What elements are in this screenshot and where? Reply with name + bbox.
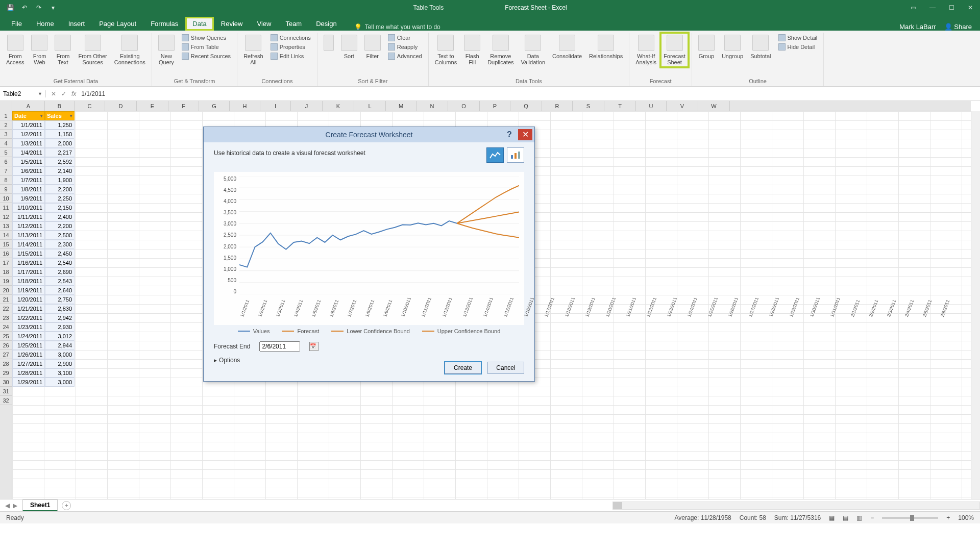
row-header[interactable]: 4 [0,139,12,148]
row-header[interactable]: 26 [0,341,12,350]
sheet-tab-active[interactable]: Sheet1 [22,499,58,511]
add-sheet-button[interactable]: + [62,501,71,510]
new-query-button[interactable]: New Query [155,33,178,67]
group-button[interactable]: Group [695,33,718,61]
row-header[interactable]: 3 [0,130,12,139]
column-header[interactable]: K [323,101,354,111]
column-header[interactable]: G [199,101,230,111]
column-header[interactable]: Q [510,101,542,111]
column-header[interactable]: S [573,101,604,111]
horizontal-scrollbar[interactable] [612,502,980,510]
tab-view[interactable]: View [250,17,278,31]
prev-sheet-icon[interactable]: ◀ [5,502,10,509]
advanced-button[interactable]: Advanced [386,52,424,60]
row-header[interactable]: 7 [0,166,12,176]
tab-design[interactable]: Design [309,17,344,31]
table-cell[interactable]: 1/12/2011 [12,221,45,231]
save-icon[interactable]: 💾 [6,4,14,12]
sort-button[interactable]: Sort [338,33,360,61]
subtotal-button[interactable]: Subtotal [747,33,774,61]
column-header[interactable]: E [137,101,168,111]
column-header[interactable]: O [448,101,480,111]
close-icon[interactable]: ✕ [968,4,973,11]
table-cell[interactable]: 2,690 [45,267,75,277]
table-cell[interactable]: 2,200 [45,221,75,231]
column-header[interactable]: T [604,101,636,111]
existing-connections-button[interactable]: Existing Connections [111,33,149,67]
from-access-button[interactable]: From Access [3,33,27,67]
table-cell[interactable]: 2,830 [45,304,75,313]
table-cell[interactable]: 2,942 [45,313,75,322]
cancel-button[interactable]: Cancel [487,362,524,374]
table-cell[interactable]: 1/23/2011 [12,322,45,332]
row-header[interactable]: 14 [0,231,12,240]
share-button[interactable]: 👤 Share [944,23,972,31]
column-header[interactable]: D [105,101,137,111]
table-cell[interactable]: 1/27/2011 [12,359,45,368]
table-cell[interactable]: 2,140 [45,166,75,176]
row-header[interactable]: 15 [0,240,12,249]
sheet-nav[interactable]: ◀▶ [0,502,22,509]
table-header-cell[interactable]: Sales▾ [45,111,75,120]
row-header[interactable]: 17 [0,258,12,267]
relationships-button[interactable]: Relationships [586,33,626,61]
table-cell[interactable]: 1,150 [45,130,75,139]
table-cell[interactable]: 2,543 [45,277,75,286]
table-cell[interactable]: 1/19/2011 [12,286,45,295]
column-header[interactable]: P [480,101,510,111]
filter-dropdown-icon[interactable]: ▾ [70,113,72,118]
tab-team[interactable]: Team [278,17,309,31]
table-cell[interactable]: 1/14/2011 [12,240,45,249]
show-detail-button[interactable]: Show Detail [776,34,820,42]
table-cell[interactable]: 1/18/2011 [12,277,45,286]
tab-insert[interactable]: Insert [61,17,92,31]
remove-duplicates-button[interactable]: Remove Duplicates [484,33,517,67]
table-cell[interactable]: 1,250 [45,120,75,130]
table-cell[interactable]: 2,944 [45,341,75,350]
table-cell[interactable]: 2,200 [45,185,75,194]
tell-me-search[interactable]: 💡 Tell me what you want to do [354,23,440,31]
row-header[interactable]: 8 [0,176,12,185]
row-header[interactable]: 25 [0,332,12,341]
table-cell[interactable]: 1/10/2011 [12,203,45,212]
column-header[interactable]: R [542,101,573,111]
table-cell[interactable]: 1/20/2011 [12,295,45,304]
column-header[interactable]: C [75,101,105,111]
tab-formulas[interactable]: Formulas [143,17,185,31]
table-cell[interactable]: 2,640 [45,286,75,295]
forecast-sheet-button[interactable]: Forecast Sheet [660,33,689,67]
table-cell[interactable]: 2,250 [45,194,75,203]
column-header[interactable]: J [291,101,323,111]
connections-button[interactable]: Connections [268,34,313,42]
accept-formula-icon[interactable]: ✓ [61,90,66,97]
from-other-button[interactable]: From Other Sources [75,33,110,67]
tab-home[interactable]: Home [29,17,61,31]
table-cell[interactable]: 1/28/2011 [12,368,45,378]
table-cell[interactable]: 1/29/2011 [12,378,45,387]
column-header[interactable]: F [168,101,199,111]
consolidate-button[interactable]: Consolidate [549,33,585,61]
row-header[interactable]: 2 [0,120,12,130]
filter-dropdown-icon[interactable]: ▾ [40,113,43,118]
table-cell[interactable]: 2,592 [45,157,75,166]
column-header[interactable]: M [386,101,416,111]
table-cell[interactable]: 2,930 [45,322,75,332]
table-cell[interactable]: 1/24/2011 [12,332,45,341]
ribbon-display-icon[interactable]: ▭ [911,4,916,11]
refresh-all-button[interactable]: Refresh All [240,33,266,67]
row-header[interactable]: 30 [0,378,12,387]
name-box[interactable]: Table2▼ [0,90,46,97]
row-header[interactable]: 22 [0,304,12,313]
column-header[interactable]: A [12,101,45,111]
ungroup-button[interactable]: Ungroup [719,33,746,61]
scrollbar-thumb[interactable] [613,502,622,509]
from-text-button[interactable]: From Text [52,33,74,67]
formula-value[interactable]: 1/1/2011 [81,90,105,97]
row-header[interactable]: 1 [0,111,12,120]
table-cell[interactable]: 1/4/2011 [12,148,45,157]
zoom-slider-thumb[interactable] [910,515,914,521]
table-cell[interactable]: 1/5/2011 [12,157,45,166]
table-cell[interactable]: 1/3/2011 [12,139,45,148]
row-header[interactable]: 23 [0,313,12,322]
table-cell[interactable]: 2,217 [45,148,75,157]
